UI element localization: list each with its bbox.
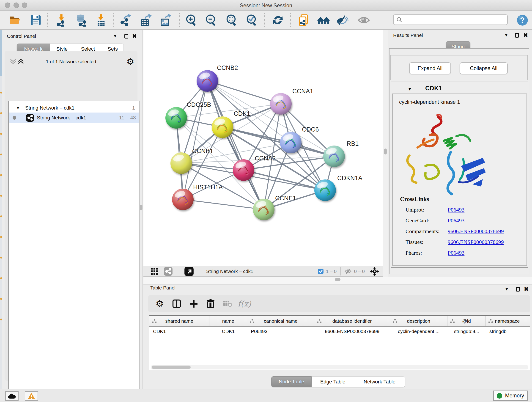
import-network-from-database-icon[interactable] [75,14,88,27]
grid-view-icon[interactable] [150,267,158,275]
network-row[interactable]: String Network – cdk1 11 48 [9,113,139,123]
collapse-all-button[interactable]: Collapse All [460,62,508,74]
zoom-in-icon[interactable] [185,14,198,27]
export-image-icon[interactable] [159,14,172,27]
selected-checkbox-icon[interactable] [318,268,324,274]
zoom-selected-icon[interactable] [246,14,259,27]
save-session-icon[interactable] [29,14,42,27]
import-network-icon[interactable] [55,14,68,27]
crosslink-genecard-link[interactable]: P06493 [448,217,464,224]
network-node-CCNB2[interactable] [196,70,218,92]
hide-selected-eye-slash-icon[interactable] [336,14,349,27]
network-node-CCNA1[interactable] [270,93,292,115]
crosslink-tissues-link[interactable]: 9606.ENSP00000378699 [448,239,504,245]
export-network-icon[interactable] [120,14,133,27]
table-panel-float-icon[interactable] [516,287,520,292]
table-panel-menu-caret-icon[interactable]: ▾ [505,287,508,292]
crosslink-pharos-link[interactable]: P06493 [448,250,464,256]
network-node-CCNB1[interactable] [171,153,192,174]
table-cell[interactable]: CDK1 [149,327,209,336]
delete-column-trash-icon[interactable] [202,297,219,311]
table-options-gear-icon[interactable]: ⚙ [151,297,168,311]
string-view-icon[interactable] [164,267,173,276]
column-header-@id[interactable]: @id [447,316,486,326]
results-panel-close-icon[interactable]: ✖ [523,32,528,38]
network-node-CDK1[interactable] [212,116,233,138]
show-all-eye-icon[interactable] [357,14,370,27]
zoom-fit-icon[interactable] [225,14,238,27]
network-options-gear-icon[interactable]: ⚙ [127,57,134,67]
network-node-CDKN1A[interactable] [314,179,336,201]
table-cell[interactable]: stringdb:9... [447,327,486,336]
column-header-name[interactable]: name [209,316,247,326]
network-node-HIST1H1A[interactable] [172,189,194,210]
control-panel-close-icon[interactable]: ✖ [132,33,137,38]
column-header-namespace[interactable]: namespace [486,316,529,326]
memory-button[interactable]: Memory [493,390,528,401]
first-neighbors-icon[interactable] [317,14,330,27]
show-columns-icon[interactable] [168,297,185,311]
open-string-doc-icon[interactable] [298,14,310,27]
vertical-splitter-handle[interactable] [140,205,143,210]
column-header-canonical-name[interactable]: canonical name [247,316,314,326]
gene-section-caret-icon[interactable]: ▼ [407,86,412,92]
table-horizontal-scrollbar[interactable] [151,365,528,370]
scrollbar-thumb[interactable] [152,366,191,369]
crosslink-compartments-link[interactable]: 9606.ENSP00000378699 [448,228,504,235]
network-node-CCNA2[interactable] [233,159,254,181]
delete-table-icon[interactable] [219,297,236,311]
zoom-out-icon[interactable] [205,14,218,27]
open-folder-icon[interactable] [9,14,22,27]
results-panel-float-icon[interactable] [515,33,519,38]
background-dot [0,298,2,300]
tab-edge-table[interactable]: Edge Table [312,376,354,387]
crosslink-uniprot-link[interactable]: P06493 [448,207,464,213]
warnings-button[interactable] [25,391,38,401]
table-panel-close-icon[interactable]: ✖ [524,287,529,292]
tab-node-table[interactable]: Node Table [271,376,312,387]
expand-all-icon[interactable] [17,58,24,65]
help-icon[interactable]: ? [516,14,529,27]
table-row[interactable]: CDK1CDK1P064939606.ENSP00000378699cyclin… [149,327,530,336]
function-builder-icon[interactable]: f(x) [236,297,253,311]
refresh-icon[interactable] [272,14,284,27]
search-input[interactable] [402,17,503,22]
string-network-graph[interactable]: CCNB2CCNA1CDC25BCDK1CDC6RB1CCNB1CCNA2CDK… [143,30,383,266]
network-node-RB1[interactable] [323,146,345,167]
network-edge[interactable] [183,81,207,199]
cloud-button[interactable] [5,391,19,401]
vertical-splitter-handle[interactable] [384,148,387,154]
table-cell[interactable]: cyclin-dependent ... [390,327,447,336]
import-table-icon[interactable] [94,14,107,27]
control-panel-menu-caret-icon[interactable]: ▾ [114,33,116,38]
detach-view-icon[interactable] [184,267,194,276]
network-node-CDC25B[interactable] [165,107,187,128]
search-field[interactable] [393,14,508,25]
table-cell[interactable]: stringdb [486,327,529,336]
control-panel-float-icon[interactable] [124,34,128,38]
collapse-all-icon[interactable] [10,58,17,65]
tab-network-table[interactable]: Network Table [354,376,405,387]
network-collection-row[interactable]: ▼ String Network – cdk1 1 [9,103,139,113]
table-cell[interactable]: P06493 [247,327,314,336]
background-dot [0,236,2,238]
column-header-database-identifier[interactable]: database identifier [314,316,390,326]
column-header-shared-name[interactable]: shared name [149,316,209,326]
network-edge[interactable] [207,81,281,104]
export-table-icon[interactable] [139,14,152,27]
network-edge[interactable] [183,199,264,210]
network-node-CCNE1[interactable] [253,199,274,220]
results-panel-menu-caret-icon[interactable]: ▾ [505,32,507,38]
hierarchy-icon [393,319,397,323]
horizontal-splitter-handle[interactable] [335,278,341,281]
add-column-icon[interactable] [185,297,202,311]
warning-icon [27,393,35,400]
collection-caret-icon[interactable]: ▼ [16,105,20,110]
pan-crosshair-icon[interactable] [370,267,380,276]
column-header-description[interactable]: description [390,316,447,326]
table-cell[interactable]: 9606.ENSP00000378699 [314,327,390,336]
expand-all-button[interactable]: Expand All [409,62,451,74]
network-node-CDC6[interactable] [280,132,302,153]
network-canvas[interactable]: CCNB2CCNA1CDC25BCDK1CDC6RB1CCNB1CCNA2CDK… [143,30,383,266]
table-cell[interactable]: CDK1 [209,327,247,336]
